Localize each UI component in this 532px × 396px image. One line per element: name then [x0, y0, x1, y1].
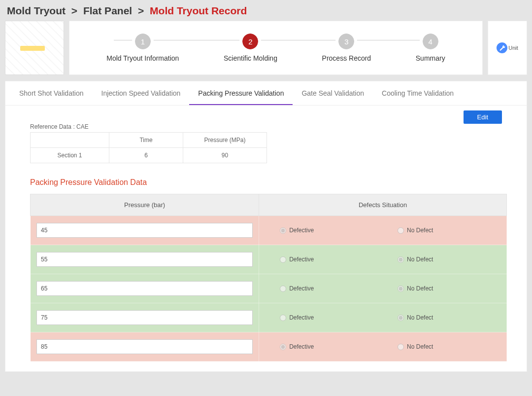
radio-nodefect[interactable] — [398, 256, 404, 263]
label-nodefect: No Defect — [407, 285, 433, 292]
subtab-2[interactable]: Packing Pressure Validation — [189, 81, 293, 105]
stepper: 1 Mold Tryout Information2 Scientific Mo… — [69, 21, 483, 75]
step-label: Summary — [416, 54, 445, 62]
label-nodefect: No Defect — [407, 256, 433, 263]
reference-table: Time Pressure (MPa) Section 1 6 90 — [30, 132, 267, 163]
radio-defective[interactable] — [280, 227, 286, 234]
step-circle: 4 — [423, 34, 438, 49]
label-nodefect: No Defect — [407, 343, 433, 350]
col-pressure: Pressure (bar) — [31, 194, 259, 216]
subtab-1[interactable]: Injection Speed Validation — [93, 81, 190, 105]
step-1[interactable]: 1 Mold Tryout Information — [106, 34, 179, 62]
option-nodefect[interactable]: No Defect — [383, 343, 500, 350]
edit-button[interactable]: Edit — [464, 110, 502, 124]
section-title: Packing Pressure Validation Data — [30, 178, 507, 187]
step-4[interactable]: 4 Summary — [416, 34, 445, 62]
option-defective[interactable]: Defective — [265, 285, 383, 292]
radio-nodefect[interactable] — [398, 315, 404, 321]
pressure-input[interactable] — [36, 223, 253, 238]
step-label: Process Record — [322, 54, 371, 62]
subtabs: Short Shot ValidationInjection Speed Val… — [5, 81, 527, 106]
wrench-icon — [497, 42, 507, 53]
radio-defective[interactable] — [280, 256, 286, 263]
breadcrumb-current: Mold Tryout Record — [150, 5, 247, 16]
reference-label: Reference Data : CAE — [30, 123, 507, 130]
step-2[interactable]: 2 Scientific Molding — [224, 34, 277, 62]
ref-header-time: Time — [109, 133, 183, 148]
table-row: Defective No Defect — [31, 245, 507, 274]
radio-defective[interactable] — [280, 286, 286, 292]
pressure-input[interactable] — [36, 252, 253, 267]
radio-nodefect[interactable] — [398, 286, 404, 292]
radio-defective[interactable] — [280, 315, 286, 321]
pressure-input[interactable] — [36, 310, 253, 325]
step-label: Scientific Molding — [224, 54, 277, 62]
ref-header-pressure: Pressure (MPa) — [183, 133, 267, 148]
table-row: Defective No Defect — [31, 216, 507, 245]
label-nodefect: No Defect — [407, 314, 433, 321]
pressure-input[interactable] — [36, 339, 253, 354]
option-defective[interactable]: Defective — [265, 343, 383, 350]
subtab-4[interactable]: Cooling Time Validation — [373, 81, 463, 105]
step-circle: 1 — [135, 34, 151, 49]
ref-row-time: 6 — [109, 148, 183, 163]
step-circle: 2 — [242, 34, 258, 49]
label-defective: Defective — [289, 343, 314, 350]
radio-nodefect[interactable] — [398, 227, 404, 234]
option-defective[interactable]: Defective — [265, 314, 383, 321]
ref-row-name: Section 1 — [31, 148, 109, 163]
ref-row-pressure: 90 — [183, 148, 267, 163]
option-defective[interactable]: Defective — [265, 227, 383, 234]
radio-defective[interactable] — [280, 344, 286, 350]
label-defective: Defective — [289, 285, 314, 292]
label-defective: Defective — [289, 256, 314, 263]
breadcrumb-sep: > — [71, 5, 77, 16]
table-row: Defective No Defect — [31, 274, 507, 303]
label-nodefect: No Defect — [407, 227, 433, 234]
thumbnail-highlight — [20, 46, 45, 51]
subtab-3[interactable]: Gate Seal Validation — [293, 81, 373, 105]
subtab-0[interactable]: Short Shot Validation — [10, 81, 93, 105]
radio-nodefect[interactable] — [398, 344, 404, 350]
breadcrumb-part1[interactable]: Mold Tryout — [7, 5, 66, 16]
unit-label: Unit — [508, 45, 518, 51]
step-3[interactable]: 3 Process Record — [322, 34, 371, 62]
pressure-input[interactable] — [36, 281, 253, 296]
col-defects: Defects Situation — [259, 194, 507, 216]
table-row: Defective No Defect — [31, 332, 507, 361]
label-defective: Defective — [289, 227, 314, 234]
table-row: Defective No Defect — [31, 303, 507, 332]
breadcrumb-part2[interactable]: Flat Panel — [83, 5, 132, 16]
option-nodefect[interactable]: No Defect — [383, 314, 500, 321]
step-label: Mold Tryout Information — [106, 54, 179, 62]
breadcrumb-sep: > — [138, 5, 144, 16]
step-circle: 3 — [338, 34, 354, 49]
label-defective: Defective — [289, 314, 314, 321]
option-nodefect[interactable]: No Defect — [383, 256, 500, 263]
validation-table: Pressure (bar) Defects Situation Defecti… — [30, 194, 507, 361]
option-nodefect[interactable]: No Defect — [383, 227, 500, 234]
option-nodefect[interactable]: No Defect — [383, 285, 500, 292]
option-defective[interactable]: Defective — [265, 256, 383, 263]
part-thumbnail[interactable] — [5, 21, 64, 75]
ref-header-blank — [31, 133, 109, 148]
breadcrumb: Mold Tryout > Flat Panel > Mold Tryout R… — [0, 0, 532, 21]
unit-button[interactable]: Unit — [488, 21, 527, 75]
